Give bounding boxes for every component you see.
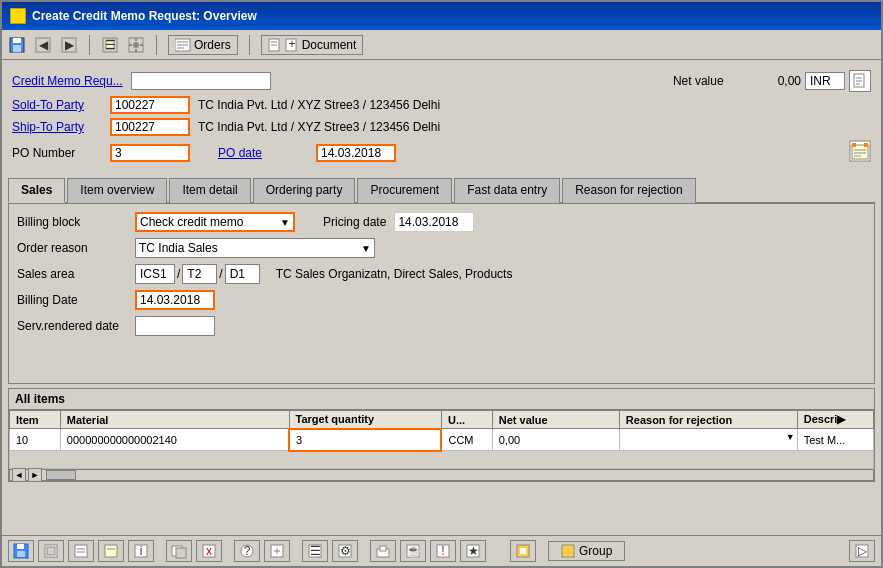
group-button[interactable]: Group <box>548 541 625 561</box>
ship-to-input[interactable] <box>110 118 190 136</box>
cell-item: 10 <box>10 429 61 451</box>
billing-block-arrow[interactable]: ▼ <box>280 217 290 228</box>
order-reason-select[interactable]: TC India Sales ▼ <box>135 238 375 258</box>
toolbar-btn-7[interactable]: x <box>196 540 222 562</box>
toolbar-btn-2[interactable] <box>38 540 64 562</box>
tab-ordering-party[interactable]: Ordering party <box>253 178 356 203</box>
pricing-date-label: Pricing date <box>323 215 386 229</box>
svg-text:i: i <box>140 544 143 558</box>
scroll-left-btn[interactable]: ◄ <box>12 468 26 482</box>
target-qty-input[interactable] <box>296 434 434 446</box>
scroll-right-btn[interactable]: ► <box>28 468 42 482</box>
col-net-value: Net value <box>492 411 619 429</box>
svg-text:x: x <box>206 544 212 558</box>
tab-reason-for-rejection[interactable]: Reason for rejection <box>562 178 695 203</box>
scroll-nav: ◄ ► <box>12 468 42 482</box>
svg-rect-12 <box>135 38 137 41</box>
ship-to-name: TC India Pvt. Ltd / XYZ Stree3 / 123456 … <box>198 120 440 134</box>
back-button[interactable]: ◀ <box>34 36 52 54</box>
sold-to-label[interactable]: Sold-To Party <box>12 98 102 112</box>
toolbar-btn-6[interactable] <box>166 540 192 562</box>
billing-date-row: Billing Date <box>17 290 866 310</box>
cell-target-qty[interactable] <box>289 429 441 451</box>
po-date-label[interactable]: PO date <box>218 146 308 160</box>
tab-fast-data-entry[interactable]: Fast data entry <box>454 178 560 203</box>
billing-block-select[interactable]: Check credit memo ▼ <box>135 212 295 232</box>
new-button[interactable]: ☰ <box>101 36 119 54</box>
svg-text:+: + <box>288 38 295 51</box>
svg-rect-41 <box>75 545 87 557</box>
toolbar-btn-4[interactable] <box>98 540 124 562</box>
tab-procurement[interactable]: Procurement <box>357 178 452 203</box>
currency-input[interactable] <box>805 72 845 90</box>
svg-rect-37 <box>17 544 24 549</box>
tab-item-overview[interactable]: Item overview <box>67 178 167 203</box>
cell-reason[interactable]: ▼ <box>619 429 797 451</box>
tab-sales[interactable]: Sales <box>8 178 65 203</box>
toolbar-btn-15[interactable]: ★ <box>460 540 486 562</box>
reason-arrow[interactable]: ▼ <box>786 432 795 442</box>
svg-rect-70 <box>520 548 526 554</box>
pricing-date-input[interactable] <box>394 212 474 232</box>
billing-block-row: Billing block Check credit memo ▼ Pricin… <box>17 212 866 232</box>
order-reason-value: TC India Sales <box>139 241 361 255</box>
toolbar-btn-1[interactable] <box>8 540 34 562</box>
toolbar-sep-1 <box>89 35 90 55</box>
sales-area-sep2: / <box>219 267 222 281</box>
tab-content-sales: Billing block Check credit memo ▼ Pricin… <box>8 204 875 384</box>
h-scrollbar-thumb[interactable] <box>46 470 76 480</box>
toolbar-btn-11[interactable]: ⚙ <box>332 540 358 562</box>
serv-rendered-label: Serv.rendered date <box>17 319 127 333</box>
col-unit: U... <box>441 411 492 429</box>
billing-date-label: Billing Date <box>17 293 127 307</box>
tab-item-detail[interactable]: Item detail <box>169 178 250 203</box>
sales-area-org-input[interactable] <box>135 264 175 284</box>
group-label: Group <box>579 544 612 558</box>
sales-area-label: Sales area <box>17 267 127 281</box>
billing-date-input[interactable] <box>135 290 215 310</box>
document-button[interactable]: + Document <box>261 35 364 55</box>
h-scrollbar[interactable]: ◄ ► <box>9 469 874 481</box>
svg-rect-62 <box>380 546 386 551</box>
order-reason-arrow[interactable]: ▼ <box>361 243 371 254</box>
sales-area-div-input[interactable] <box>182 264 217 284</box>
ship-to-label[interactable]: Ship-To Party <box>12 120 102 134</box>
toolbar-btn-12[interactable] <box>370 540 396 562</box>
toolbar-btn-9[interactable] <box>264 540 290 562</box>
sales-area-sep1: / <box>177 267 180 281</box>
toolbar-btn-5[interactable]: i <box>128 540 154 562</box>
cell-desc: Test M... <box>797 429 873 451</box>
gear-button[interactable] <box>127 36 145 54</box>
toolbar-btn-13[interactable]: ☕ <box>400 540 426 562</box>
document-icon[interactable] <box>849 70 871 92</box>
serv-rendered-input[interactable] <box>135 316 215 336</box>
po-date-input[interactable] <box>316 144 396 162</box>
toolbar-btn-3[interactable] <box>68 540 94 562</box>
sold-to-input[interactable] <box>110 96 190 114</box>
orders-button[interactable]: Orders <box>168 35 238 55</box>
window-title: Create Credit Memo Request: Overview <box>32 9 257 23</box>
po-number-input[interactable] <box>110 144 190 162</box>
toolbar-btn-10[interactable]: ☰ <box>302 540 328 562</box>
toolbar-btn-8[interactable]: ? <box>234 540 260 562</box>
save-button[interactable] <box>8 36 26 54</box>
svg-text:★: ★ <box>468 544 479 558</box>
credit-memo-label[interactable]: Credit Memo Requ... <box>12 74 123 88</box>
serv-rendered-row: Serv.rendered date <box>17 316 866 336</box>
billing-block-label: Billing block <box>17 215 127 229</box>
svg-rect-13 <box>135 49 137 52</box>
sales-area-dist-input[interactable] <box>225 264 260 284</box>
po-icon[interactable] <box>849 140 871 165</box>
group-icon-btn[interactable] <box>510 540 536 562</box>
toolbar-btn-14[interactable]: ! <box>430 540 456 562</box>
main-toolbar: ◀ ▶ ☰ Orders + Document <box>2 30 881 60</box>
cell-net-value: 0,00 <box>492 429 619 451</box>
toolbar-btn-right[interactable]: ▷ <box>849 540 875 562</box>
exit-button[interactable]: ▶ <box>60 36 78 54</box>
svg-rect-49 <box>176 548 186 558</box>
table-row: 10 000000000000002140 CCM 0,00 ▼ Test M.… <box>10 429 874 451</box>
svg-rect-30 <box>852 145 868 159</box>
bottom-right: ▷ <box>849 540 875 562</box>
credit-memo-input[interactable] <box>131 72 271 90</box>
svg-rect-1 <box>13 38 21 43</box>
